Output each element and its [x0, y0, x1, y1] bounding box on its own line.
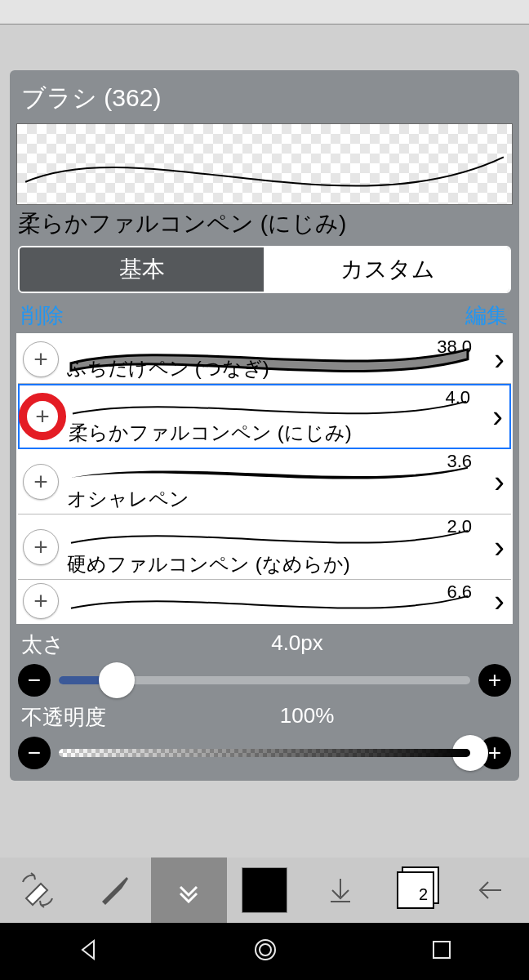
add-to-palette-button[interactable]: +: [23, 583, 59, 619]
thickness-plus-button[interactable]: +: [478, 664, 511, 697]
status-bar: [0, 0, 529, 24]
brush-item[interactable]: +4.0柔らかファルコンペン (にじみ)›: [18, 384, 511, 449]
chevron-right-icon[interactable]: ›: [494, 464, 505, 499]
nav-home-icon[interactable]: [251, 936, 279, 967]
add-to-palette-button[interactable]: +: [23, 529, 59, 565]
opacity-slider[interactable]: [59, 749, 470, 757]
nav-back-icon[interactable]: [76, 938, 100, 965]
thickness-value: 4.0px: [87, 630, 508, 659]
segmented-control: 基本 カスタム: [18, 246, 511, 293]
tool-download[interactable]: [302, 858, 378, 923]
thickness-minus-button[interactable]: −: [18, 664, 51, 697]
brush-item[interactable]: +6.6›: [18, 580, 511, 622]
thickness-label: 太さ: [21, 630, 87, 659]
brush-name: 柔らかファルコンペン (にじみ): [69, 420, 352, 446]
add-to-palette-button[interactable]: +: [23, 464, 59, 500]
brush-item[interactable]: +2.0硬めファルコンペン (なめらか)›: [18, 514, 511, 580]
chevron-right-icon[interactable]: ›: [492, 399, 503, 434]
tool-back[interactable]: [453, 858, 529, 923]
svg-point-0: [256, 940, 275, 960]
opacity-slider-block: 不透明度 100% − +: [18, 702, 511, 769]
opacity-minus-button[interactable]: −: [18, 737, 51, 769]
brush-item[interactable]: +38.0ふちだけペン (つなぎ)›: [18, 335, 511, 384]
tool-brush-settings[interactable]: [151, 858, 227, 923]
android-navbar: [0, 923, 529, 980]
brush-panel: ブラシ (362) 柔らかファルコンペン (にじみ) 基本 カスタム 削除 編集…: [10, 70, 519, 781]
nav-recent-icon[interactable]: [430, 938, 453, 964]
brush-name: オシャレペン: [67, 486, 189, 512]
app-toolbar: [0, 858, 529, 923]
svg-point-1: [260, 944, 271, 956]
brush-item[interactable]: +3.6オシャレペン›: [18, 449, 511, 514]
chevron-right-icon[interactable]: ›: [494, 584, 505, 619]
tool-brush[interactable]: [76, 858, 152, 923]
color-swatch: [242, 867, 287, 913]
add-to-palette-button[interactable]: +: [24, 399, 60, 434]
opacity-label: 不透明度: [21, 703, 106, 732]
tool-color[interactable]: [227, 858, 303, 923]
current-brush-name: 柔らかファルコンペン (にじみ): [16, 205, 513, 243]
tool-layers[interactable]: [378, 858, 454, 923]
chevron-right-icon[interactable]: ›: [494, 529, 505, 564]
add-to-palette-button[interactable]: +: [23, 341, 59, 377]
tab-custom[interactable]: カスタム: [264, 247, 509, 292]
brush-name: 硬めファルコンペン (なめらか): [67, 551, 350, 577]
thickness-slider[interactable]: [59, 676, 470, 684]
delete-button[interactable]: 削除: [21, 301, 64, 330]
list-actions: 削除 編集: [16, 298, 513, 333]
edit-button[interactable]: 編集: [465, 301, 508, 330]
brush-name: ふちだけペン (つなぎ): [67, 355, 269, 381]
layers-icon: [397, 871, 434, 909]
brush-preview: [16, 123, 513, 205]
thickness-slider-block: 太さ 4.0px − +: [18, 629, 511, 697]
svg-rect-2: [433, 942, 450, 958]
opacity-value: 100%: [106, 703, 508, 732]
tool-eraser-swap[interactable]: [0, 858, 76, 923]
panel-title: ブラシ (362): [16, 78, 513, 123]
chevron-right-icon[interactable]: ›: [494, 341, 505, 376]
brush-list[interactable]: +38.0ふちだけペン (つなぎ)›+4.0柔らかファルコンペン (にじみ)›+…: [16, 333, 513, 624]
tab-basic[interactable]: 基本: [20, 247, 264, 292]
